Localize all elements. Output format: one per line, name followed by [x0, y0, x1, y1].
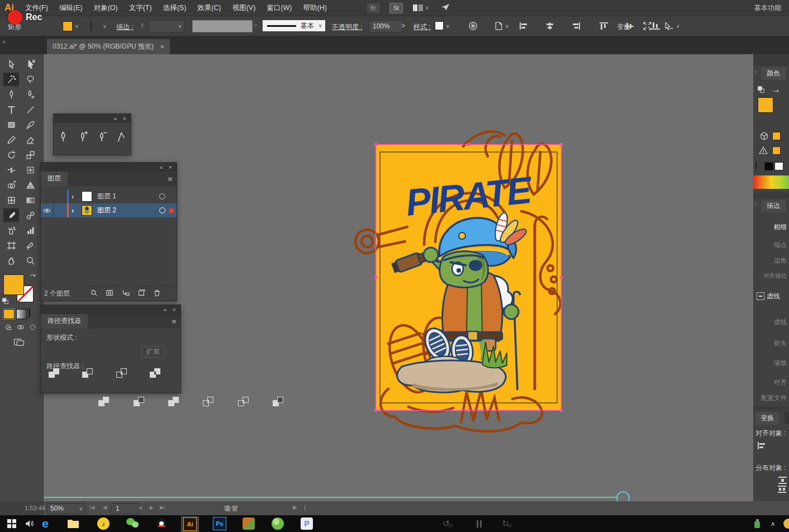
pencil-tool[interactable] — [3, 133, 19, 146]
layer-thumbnail[interactable] — [82, 191, 92, 202]
stroke-weight-label[interactable]: 描边 : — [116, 22, 134, 32]
locate-object-icon[interactable] — [90, 289, 98, 298]
out-of-gamut-cube-icon[interactable] — [760, 132, 768, 142]
panel-cycle-icon[interactable]: ↕ — [754, 69, 757, 75]
align-right-icon[interactable] — [572, 22, 580, 30]
shape-builder-tool[interactable] — [3, 178, 19, 192]
width-tool[interactable] — [3, 163, 19, 177]
curvature-tool[interactable] — [22, 88, 38, 101]
brush-definition-dropdown[interactable] — [192, 20, 253, 32]
scale-tool[interactable] — [22, 148, 38, 162]
out-of-web-warning-icon[interactable] — [759, 146, 768, 156]
line-segment-tool[interactable] — [22, 103, 38, 116]
column-graph-tool[interactable] — [22, 224, 38, 237]
transform-link[interactable]: 变换 — [617, 22, 630, 32]
gradient-mode-button[interactable] — [16, 309, 27, 319]
minus-back-icon[interactable] — [273, 397, 283, 406]
collapse-icon[interactable]: « — [113, 115, 117, 122]
prev-artboard-icon[interactable]: ◀ — [103, 505, 107, 510]
workspace-switcher[interactable]: 基本功能 — [754, 3, 781, 13]
distribute-top-icon[interactable] — [778, 477, 787, 484]
rotate-tool[interactable] — [3, 148, 19, 162]
perspective-grid-tool[interactable] — [22, 178, 38, 192]
symbol-sprayer-tool[interactable] — [3, 224, 19, 237]
layer-expand-icon[interactable]: › — [72, 207, 74, 215]
default-fill-stroke-icon[interactable] — [758, 86, 765, 95]
white-swatch[interactable] — [774, 162, 783, 170]
stroke-weight-field[interactable]: ∨ — [149, 20, 184, 32]
align-center-icon[interactable] — [545, 22, 554, 30]
menu-type[interactable]: 文字(T) — [123, 3, 158, 13]
screen-mode-icon[interactable] — [13, 338, 25, 348]
visibility-toggle-empty[interactable] — [41, 189, 54, 203]
tab-stroke[interactable]: 描边 — [761, 200, 786, 212]
align-left-icon[interactable] — [520, 22, 528, 30]
layer-thumbnail[interactable] — [82, 205, 92, 216]
powerpoint-icon[interactable]: P — [298, 516, 315, 531]
isolate-chevron-icon[interactable]: ∨ — [676, 24, 680, 29]
panel-menu-icon[interactable]: ≡ — [168, 175, 172, 183]
bridge-icon[interactable]: Br — [367, 3, 379, 13]
usb-tray-icon[interactable] — [749, 516, 766, 531]
layer-row-2[interactable]: › 图层 2 — [41, 203, 177, 217]
paintbrush-tool[interactable] — [22, 118, 38, 131]
fill-swatch[interactable] — [3, 274, 24, 295]
align-left-icon[interactable] — [758, 442, 766, 449]
expand-button[interactable]: 扩展 — [141, 346, 165, 358]
panel-cycle-icon[interactable]: ↕ — [754, 202, 757, 207]
draw-inside-icon[interactable] — [29, 324, 36, 332]
layer-expand-icon[interactable]: › — [72, 193, 74, 201]
document-setup-icon[interactable] — [494, 21, 503, 32]
collapse-icon[interactable]: « — [163, 306, 167, 313]
menu-effect[interactable]: 效果(C) — [192, 3, 226, 13]
forward-10-icon[interactable]: ↻10 — [498, 516, 515, 531]
layer-target-icon[interactable] — [159, 193, 165, 200]
distribute-middle-icon[interactable] — [778, 486, 786, 493]
document-close-icon[interactable]: × — [160, 43, 164, 51]
none-swatch[interactable] — [755, 162, 757, 170]
layer-row-1[interactable]: › 图层 1 — [41, 189, 177, 203]
fill-chevron-icon[interactable]: ∨ — [75, 24, 79, 29]
dashed-line-checkbox[interactable] — [757, 292, 764, 300]
document-tab[interactable]: 0312.ai* @ 50% (RGB/GPU 预览) × — [47, 39, 170, 54]
selection-tool[interactable] — [3, 58, 19, 71]
slice-tool[interactable] — [22, 239, 38, 252]
outline-icon[interactable] — [238, 397, 249, 406]
draw-behind-icon[interactable] — [17, 324, 24, 332]
share-icon[interactable] — [441, 3, 450, 13]
brush-chevron-icon[interactable]: ∨ — [254, 23, 258, 28]
gradient-tool[interactable] — [22, 193, 38, 207]
none-mode-button[interactable] — [29, 308, 30, 317]
layer-name[interactable]: 图层 2 — [97, 206, 116, 215]
make-mask-icon[interactable] — [106, 289, 113, 298]
collapse-panels-icon[interactable]: « — [2, 38, 6, 45]
delete-anchor-point-button[interactable] — [96, 131, 107, 144]
pen-tool[interactable] — [3, 88, 19, 101]
exclude-icon[interactable] — [150, 368, 160, 378]
qq-music-icon[interactable]: ♪ — [95, 516, 112, 531]
color-mode-button[interactable] — [3, 309, 15, 319]
isolate-selection-icon[interactable] — [664, 21, 673, 32]
add-anchor-point-button[interactable] — [77, 131, 88, 144]
style-swatch[interactable] — [435, 21, 444, 30]
tab-pathfinder[interactable]: 路径查找器 — [41, 314, 88, 329]
close-icon[interactable]: × — [169, 164, 172, 170]
tab-align-clipped[interactable] — [785, 412, 789, 424]
swap-fill-stroke-icon[interactable] — [29, 273, 36, 282]
layer-name[interactable]: 图层 1 — [97, 192, 116, 201]
menu-view[interactable]: 视图(V) — [227, 3, 262, 13]
draw-normal-icon[interactable] — [4, 324, 12, 332]
hand-tool[interactable] — [3, 254, 19, 267]
gamut-color-swatch[interactable] — [772, 132, 781, 140]
stroke-chevron-icon[interactable]: ∨ — [103, 24, 107, 29]
panel-menu-icon[interactable]: ≡ — [172, 317, 176, 326]
style-label[interactable]: 样式 : — [413, 22, 431, 32]
tray-clipped-icon[interactable] — [783, 519, 789, 529]
wechat-icon[interactable] — [124, 516, 141, 531]
video-progress-bar[interactable] — [44, 497, 617, 498]
type-tool[interactable] — [3, 103, 19, 116]
file-explorer-icon[interactable] — [65, 516, 82, 531]
volume-icon[interactable] — [21, 516, 38, 531]
opacity-arrow-icon[interactable]: > — [401, 22, 405, 30]
pause-icon[interactable] — [470, 516, 487, 531]
